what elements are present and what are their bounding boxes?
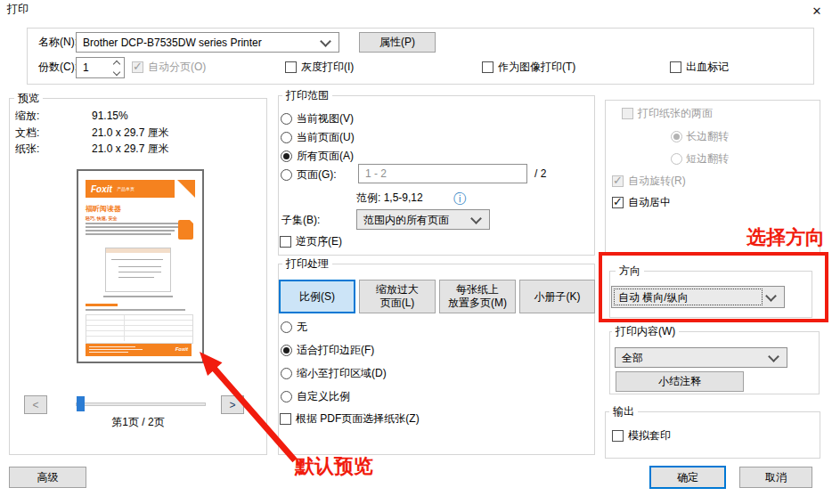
scale-none-label[interactable]: 无 bbox=[297, 321, 307, 334]
next-page-button[interactable]: > bbox=[221, 395, 244, 414]
bleed-marks-label[interactable]: 出血标记 bbox=[686, 61, 729, 74]
tab-multiple-per-sheet[interactable]: 每张纸上 放置多页(M) bbox=[439, 280, 516, 313]
paper-size-label: 纸张: bbox=[15, 142, 39, 156]
all-pages-label[interactable]: 所有页面(A) bbox=[297, 150, 354, 163]
grayscale-checkbox[interactable] bbox=[285, 61, 297, 73]
previous-page-button[interactable]: < bbox=[24, 395, 47, 414]
print-dialog: 打印 ✕ 名称(N): Brother DCP-B7535DW series P… bbox=[0, 0, 832, 504]
shrink-to-area-radio[interactable] bbox=[281, 368, 292, 379]
auto-rotate-checkbox bbox=[612, 175, 624, 187]
close-icon[interactable]: ✕ bbox=[806, 2, 828, 20]
copies-stepper[interactable]: 1 bbox=[76, 57, 125, 78]
thumb-corner-ribbon bbox=[177, 180, 195, 198]
subset-select[interactable]: 范围内的所有页面 bbox=[356, 209, 490, 230]
print-handling-title: 打印处理 bbox=[282, 257, 332, 270]
chevron-down-icon bbox=[320, 36, 331, 47]
thumb-footer-bar: Foxit bbox=[86, 344, 192, 356]
current-view-label[interactable]: 当前视图(V) bbox=[297, 112, 354, 126]
simulate-overprint-label[interactable]: 模拟套印 bbox=[628, 429, 671, 443]
custom-scale-radio[interactable] bbox=[281, 391, 292, 402]
thumb-feature-table bbox=[86, 314, 193, 344]
grayscale-label[interactable]: 灰度打印(I) bbox=[301, 61, 354, 74]
tab-shrink-oversized[interactable]: 缩放过大 页面(L) bbox=[359, 280, 436, 313]
reverse-pages-label[interactable]: 逆页序(E) bbox=[296, 235, 342, 248]
chevron-down-icon bbox=[768, 351, 779, 362]
page-range-input[interactable] bbox=[358, 164, 527, 183]
tab-scale[interactable]: 比例(S) bbox=[279, 280, 355, 313]
printer-select[interactable]: Brother DCP-B7535DW series Printer bbox=[76, 32, 339, 53]
thumb-footer-brand: Foxit bbox=[175, 346, 188, 352]
auto-center-label[interactable]: 自动居中 bbox=[628, 196, 671, 209]
current-view-radio[interactable] bbox=[281, 113, 292, 125]
subset-select-value: 范围内的所有页面 bbox=[357, 214, 472, 226]
page-slider-track[interactable] bbox=[76, 402, 206, 406]
collate-checkbox bbox=[132, 61, 143, 73]
preview-annotation: 默认预览 bbox=[295, 456, 373, 477]
current-page-radio[interactable] bbox=[281, 132, 292, 143]
thumb-document-icon bbox=[178, 220, 193, 240]
print-content-select[interactable]: 全部 bbox=[615, 347, 787, 368]
print-as-image-label[interactable]: 作为图像打印(T) bbox=[498, 61, 575, 74]
print-content-select-value: 全部 bbox=[616, 352, 770, 364]
choose-paper-by-pdf-label[interactable]: 根据 PDF页面选择纸张(Z) bbox=[296, 412, 420, 426]
thumb-brand-logo: Foxit bbox=[86, 184, 112, 194]
flip-long-edge-label: 长边翻转 bbox=[686, 130, 729, 143]
summarize-comments-button[interactable]: 小结注释 bbox=[616, 371, 744, 392]
print-content-title: 打印内容(W) bbox=[612, 325, 679, 337]
advanced-button[interactable]: 高级 bbox=[9, 467, 86, 488]
orientation-title: 方向 bbox=[616, 264, 644, 277]
bleed-marks-checkbox[interactable] bbox=[670, 61, 681, 73]
subset-label: 子集(B): bbox=[281, 214, 320, 227]
chevron-down-icon bbox=[470, 213, 482, 224]
print-range-title: 打印范围 bbox=[282, 89, 332, 102]
thumb-brand-tag: 产品单页 bbox=[112, 186, 135, 191]
cancel-button[interactable]: 取消 bbox=[739, 467, 812, 488]
copies-value: 1 bbox=[77, 58, 110, 77]
print-both-sides-label: 打印纸张的两面 bbox=[638, 107, 713, 120]
pages-radio[interactable] bbox=[281, 169, 292, 181]
shrink-to-area-label[interactable]: 缩小至打印区域(D) bbox=[297, 367, 387, 380]
fit-margins-label[interactable]: 适合打印边距(F) bbox=[297, 344, 374, 357]
print-both-sides-checkbox bbox=[622, 108, 633, 119]
reverse-pages-checkbox[interactable] bbox=[280, 236, 291, 248]
spin-up-icon[interactable] bbox=[113, 60, 120, 67]
simulate-overprint-checkbox[interactable] bbox=[612, 430, 624, 442]
paper-size-value: 21.0 x 29.7 厘米 bbox=[92, 142, 169, 156]
spin-down-icon[interactable] bbox=[113, 68, 120, 75]
page-total: / 2 bbox=[534, 167, 546, 181]
ok-button[interactable]: 确定 bbox=[649, 466, 726, 489]
thumb-header-bar: Foxit 产品单页 bbox=[86, 180, 175, 198]
output-title: 输出 bbox=[609, 405, 638, 418]
zoom-label: 缩放: bbox=[15, 110, 39, 123]
auto-rotate-label: 自动旋转(R) bbox=[628, 175, 686, 188]
print-as-image-checkbox[interactable] bbox=[482, 61, 493, 73]
page-indicator: 第1页 / 2页 bbox=[80, 416, 196, 429]
current-page-label[interactable]: 当前页面(U) bbox=[297, 131, 355, 144]
page-preview-thumbnail: Foxit 产品单页 福昕阅读器 轻巧, 快速, 安全 Foxit bbox=[77, 169, 204, 363]
dialog-title: 打印 bbox=[7, 3, 29, 16]
document-size-value: 21.0 x 29.7 厘米 bbox=[92, 126, 169, 140]
orientation-select[interactable]: 自动 横向/纵向 bbox=[611, 286, 785, 308]
all-pages-radio[interactable] bbox=[281, 150, 292, 162]
choose-paper-by-pdf-checkbox[interactable] bbox=[280, 413, 291, 425]
printer-select-value: Brother DCP-B7535DW series Printer bbox=[77, 37, 322, 49]
orientation-annotation: 选择方向 bbox=[746, 227, 825, 248]
pages-label[interactable]: 页面(G): bbox=[297, 168, 337, 182]
page-slider-thumb[interactable] bbox=[77, 396, 85, 411]
preview-group-title: 预览 bbox=[14, 92, 43, 104]
scale-none-radio[interactable] bbox=[281, 321, 292, 333]
properties-button[interactable]: 属性(P) bbox=[359, 32, 436, 53]
auto-center-checkbox[interactable] bbox=[612, 197, 624, 208]
range-example: 范例: 1,5-9,12 bbox=[356, 191, 423, 205]
flip-short-edge-label: 短边翻转 bbox=[686, 152, 729, 166]
printer-name-label: 名称(N): bbox=[38, 36, 77, 49]
zoom-value: 91.15% bbox=[92, 110, 128, 123]
custom-scale-label[interactable]: 自定义比例 bbox=[297, 390, 350, 403]
copies-label: 份数(C): bbox=[38, 61, 77, 74]
fit-margins-radio[interactable] bbox=[281, 345, 292, 356]
chevron-down-icon bbox=[765, 290, 777, 302]
thumb-subheading: 轻巧, 快速, 安全 bbox=[86, 215, 118, 221]
tab-booklet[interactable]: 小册子(K) bbox=[519, 280, 595, 313]
info-icon[interactable]: ⓘ bbox=[453, 192, 466, 205]
thumb-heading: 福昕阅读器 bbox=[86, 205, 121, 213]
